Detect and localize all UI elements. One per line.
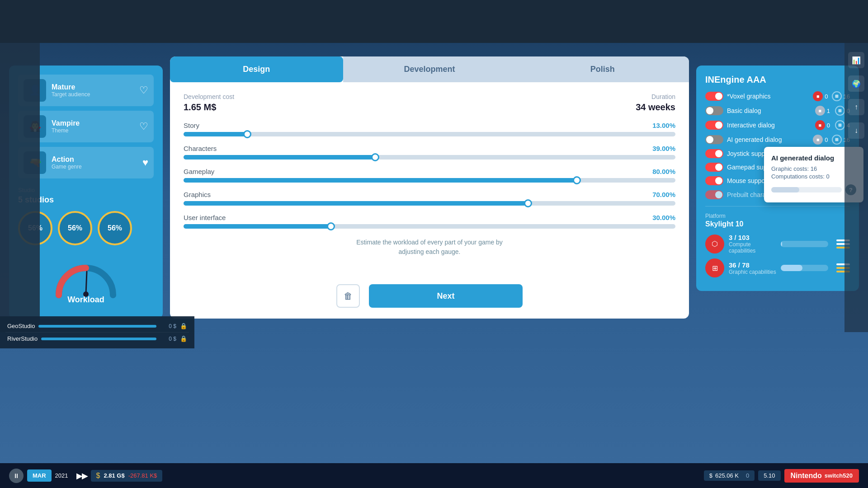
- cost-label: Development cost: [184, 93, 234, 100]
- arrow-down-icon[interactable]: ↓: [848, 122, 864, 139]
- toggle-interactive-dialog[interactable]: [705, 121, 723, 130]
- graphics-track[interactable]: [184, 201, 675, 206]
- slider-gameplay: Gameplay 80.00%: [184, 168, 675, 183]
- fast-forward-button[interactable]: ▶▶: [76, 471, 87, 481]
- platform-label: Platform: [705, 213, 850, 219]
- money-value: 2.81 G$: [104, 472, 124, 479]
- studio-circle-1[interactable]: 56%: [58, 211, 92, 245]
- toggle-mouse[interactable]: [705, 176, 723, 185]
- top-bar: [0, 0, 868, 43]
- basic-dialog-grid-icon: ⊞: [835, 106, 845, 116]
- toggle-joystick[interactable]: [705, 149, 723, 158]
- action-heart[interactable]: ♥: [142, 157, 148, 169]
- next-button[interactable]: Next: [369, 284, 523, 308]
- compute-fraction: 3 / 103: [729, 234, 776, 241]
- feature-interactive-dialog: Interactive dialog ■ 0 ⊞ 4: [705, 120, 850, 130]
- studio-circle-2[interactable]: 56%: [98, 211, 132, 245]
- river-bar: [41, 338, 156, 340]
- voxel-grid-icon: ⊞: [832, 91, 842, 101]
- river-money: 0 $: [160, 336, 176, 342]
- tooltip-title: AI generated dialog: [771, 154, 856, 162]
- graphics-pct: 70.00%: [652, 191, 675, 198]
- globe-icon[interactable]: 🌍: [848, 75, 864, 92]
- toggle-voxel[interactable]: [705, 92, 723, 101]
- main-overlay: 👤 Mature Target audience ♡ 🧛 Vampire The…: [0, 43, 868, 488]
- vampire-heart[interactable]: ♡: [139, 121, 148, 132]
- delete-button[interactable]: 🗑: [336, 284, 360, 308]
- graphic-bar: [781, 265, 828, 271]
- ui-thumb[interactable]: [327, 222, 335, 230]
- graphic-label: Graphic capabilities: [729, 269, 776, 275]
- platform-name: Skylight 10: [705, 220, 850, 228]
- geo-lock-icon: 🔒: [180, 323, 187, 329]
- center-panel: Design Development Polish Development co…: [170, 56, 689, 319]
- characters-pct: 39.00%: [652, 145, 675, 152]
- toggle-prebuilt[interactable]: [705, 190, 723, 199]
- mature-heart[interactable]: ♡: [139, 84, 148, 96]
- tooltip-fill: [771, 187, 799, 192]
- slider-characters: Characters 39.00%: [184, 145, 675, 160]
- ui-track[interactable]: [184, 224, 675, 229]
- action-sub: Game genre: [52, 164, 142, 170]
- story-thumb[interactable]: [243, 130, 251, 138]
- money-change: -267.81 K$: [128, 472, 157, 479]
- side-list: GeoStudio 0 $ 🔒 RiverStudio 0 $ 🔒: [0, 316, 194, 348]
- toggle-basic-dialog[interactable]: [705, 106, 723, 115]
- money-display: $ 2.81 G$ -267.81 K$: [91, 470, 163, 482]
- graphic-info: 36 / 78 Graphic capabilities: [729, 261, 776, 275]
- basic-dialog-name: Basic dialog: [727, 107, 810, 114]
- graphics-thumb[interactable]: [524, 199, 532, 207]
- gameplay-label: Gameplay: [184, 168, 214, 175]
- graphic-icon: ⊞: [705, 258, 724, 277]
- interactive-dialog-grid-icon: ⊞: [835, 120, 845, 130]
- play-pause-button[interactable]: ⏸: [9, 469, 24, 483]
- bottom-actions: 🗑 Next: [170, 284, 689, 319]
- action-name: Action: [52, 155, 142, 164]
- capability-graphic: ⊞ 36 / 78 Graphic capabilities: [705, 258, 850, 277]
- river-lock-icon: 🔒: [180, 335, 187, 342]
- gameplay-thumb[interactable]: [573, 176, 581, 184]
- arrow-up-icon[interactable]: ↑: [848, 99, 864, 115]
- ai-dialog-val1: ■ 0: [812, 135, 828, 145]
- characters-track[interactable]: [184, 155, 675, 160]
- tooltip-compute: Computations costs: 0: [771, 173, 856, 180]
- compute-bar: [781, 241, 828, 247]
- tab-development[interactable]: Development: [343, 56, 516, 82]
- cost-row: Development cost 1.65 M$ Duration 34 wee…: [184, 93, 675, 113]
- platform-section: Platform Skylight 10 ⬡ 3 / 103 Compute c…: [705, 206, 850, 277]
- stat1-icon: $: [709, 472, 712, 479]
- tab-polish[interactable]: Polish: [516, 56, 689, 82]
- ui-fill: [184, 224, 331, 229]
- gameplay-track[interactable]: [184, 178, 675, 183]
- ai-dialog-cost-icon: ■: [813, 135, 823, 145]
- tooltip-track: [771, 187, 842, 192]
- left-sidebar: [0, 43, 40, 332]
- capability-compute: ⬡ 3 / 103 Compute capabilities: [705, 234, 850, 254]
- brand-badge: Nintendo switch520: [784, 469, 859, 483]
- vampire-sub: Theme: [52, 127, 139, 134]
- stat1-display: $ 625.06 K 0: [704, 470, 755, 481]
- workload-gauge: [50, 254, 122, 300]
- chart-icon[interactable]: 📊: [848, 52, 864, 68]
- stat1-value: 625.06 K: [715, 472, 739, 479]
- side-list-item-1[interactable]: RiverStudio 0 $ 🔒: [5, 333, 189, 345]
- cost-value: 1.65 M$: [184, 102, 234, 113]
- story-label: Story: [184, 122, 199, 129]
- tooltip-footer: ?: [771, 184, 856, 195]
- year-display: 2021: [55, 472, 68, 479]
- geo-bar: [38, 325, 156, 328]
- basic-dialog-val1: ■ 1: [814, 106, 830, 116]
- characters-thumb[interactable]: [371, 153, 379, 161]
- toggle-ai-dialog[interactable]: [705, 135, 723, 144]
- center-content: Development cost 1.65 M$ Duration 34 wee…: [170, 82, 689, 284]
- ai-dialog-grid-icon: ⊞: [832, 135, 842, 145]
- toggle-gamepad[interactable]: [705, 163, 723, 172]
- vampire-info: Vampire Theme: [52, 119, 139, 134]
- tooltip-graphic: Graphic costs: 16: [771, 165, 856, 172]
- svg-line-0: [86, 272, 87, 294]
- story-track[interactable]: [184, 132, 675, 136]
- compute-info: 3 / 103 Compute capabilities: [729, 234, 776, 254]
- side-list-item-0[interactable]: GeoStudio 0 $ 🔒: [5, 320, 189, 333]
- feature-ai-dialog: AI generated dialog ■ 0 ⊞ 16: [705, 135, 850, 145]
- tab-design[interactable]: Design: [170, 56, 343, 82]
